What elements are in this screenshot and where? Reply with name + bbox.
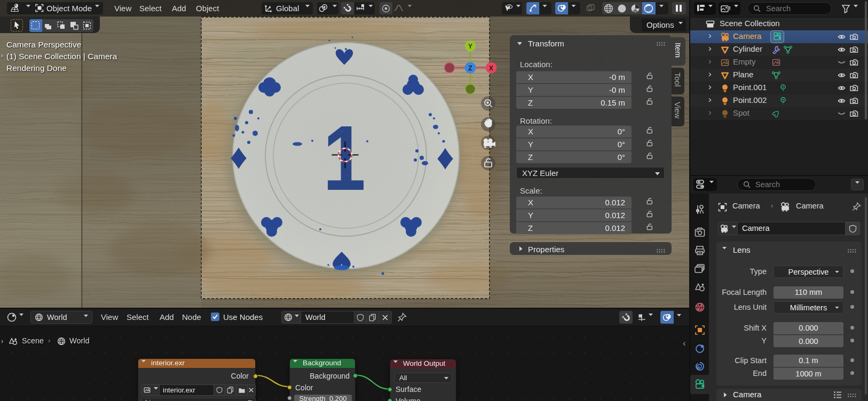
svg-text:Z: Z [468,65,472,72]
svg-text:X: X [489,65,493,72]
svg-text:Y: Y [468,43,472,50]
